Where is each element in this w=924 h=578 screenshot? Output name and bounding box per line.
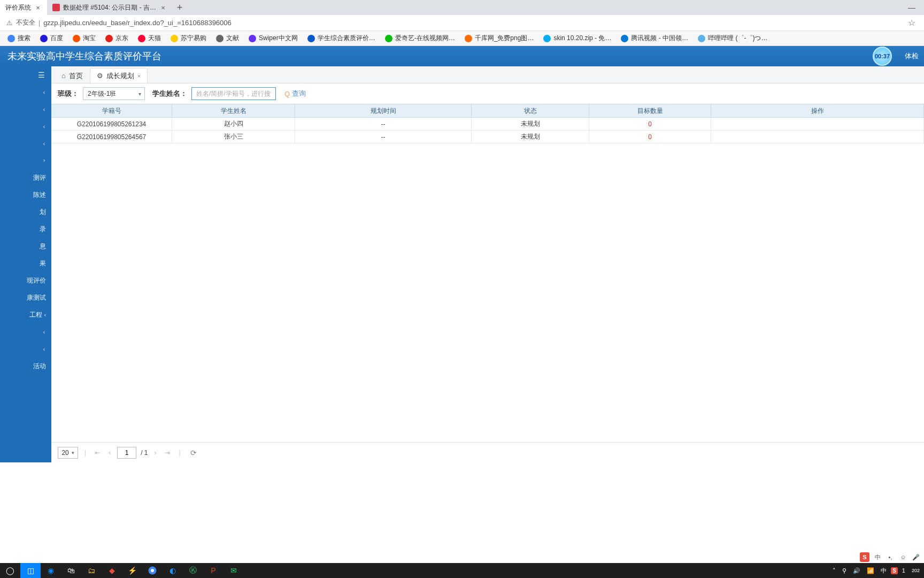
th-count[interactable]: 目标数量 [589,104,711,117]
bookmark-suning[interactable]: 苏宁易购 [166,32,211,44]
th-time[interactable]: 规划时间 [295,104,472,117]
swiper-favicon [249,35,256,42]
query-button[interactable]: Q 查询 [284,89,306,98]
page-size-value: 20 [61,449,68,457]
page-size-select[interactable]: 20 [58,447,78,459]
bookmark-label: 文献 [226,34,239,43]
new-tab-button[interactable]: + [172,0,187,15]
header-right-label[interactable]: 体检 [905,51,919,61]
bookmark-label: 苏宁易购 [181,34,206,43]
bookmark-taobao[interactable]: 淘宝 [68,32,100,44]
bookmark-iqiyi[interactable]: 爱奇艺-在线视频网… [381,32,459,44]
prev-page-button[interactable]: ‹ [106,449,113,457]
app-header: 未来实验高中学生综合素质评价平台 00:37 体检 [0,46,924,66]
table-row[interactable]: G220106199805261234 赵小四 -- 未规划 0 [51,118,924,131]
bookmark-label: 千库网_免费png图… [475,34,534,43]
bookmark-student[interactable]: 学生综合素质评价… [303,32,380,44]
bookmark-tencent[interactable]: 腾讯视频 - 中国领… [617,32,692,44]
tab-title: 数据处理 #5104: 公示日期 - 吉… [63,3,156,12]
sidebar-item-gongcheng[interactable]: 工程 ‹ [0,306,51,323]
bookmark-label: 哔哩哔哩 (゜-゜)つ… [708,34,767,43]
td-status: 未规划 [472,131,589,143]
sidebar-label: 划 [40,208,46,217]
class-dropdown[interactable]: 2年级-1班 [83,87,145,100]
filter-bar: 班级： 2年级-1班 学生姓名： Q 查询 [51,83,924,104]
table-header: 学籍号 学生姓名 规划时间 状态 目标数量 操作 [51,104,924,118]
bookmark-label: 淘宝 [83,34,96,43]
close-icon[interactable]: × [159,4,167,11]
sidebar-item[interactable]: ‹ [0,118,51,135]
bookmark-label: 天猫 [148,34,161,43]
bookmark-qianku[interactable]: 千库网_免费png图… [460,32,538,44]
sidebar-label: 现评价 [27,276,46,285]
chevron-left-icon: ‹ [43,107,45,112]
sidebar-item-xi[interactable]: 息 [0,238,51,255]
close-icon[interactable]: × [34,4,42,11]
name-label: 学生姓名： [152,89,187,98]
window-minimize[interactable]: — [899,0,924,15]
sidebar-item-huodong[interactable]: 活动 [0,358,51,375]
sidebar-item[interactable]: ‹ [0,340,51,358]
bookmark-bilibili[interactable]: 哔哩哔哩 (゜-゜)つ… [694,32,772,44]
sidebar-toggle-button[interactable]: ☰ [0,66,51,83]
search-favicon [7,35,15,42]
tab-home[interactable]: ⌂ 首页 [55,68,90,83]
sidebar-item-pingjia[interactable]: 现评价 [0,272,51,289]
td-name: 张小三 [172,131,295,143]
star-icon[interactable]: ☆ [905,18,919,28]
bookmark-label: 百度 [50,34,63,43]
browser-tab-1[interactable]: 数据处理 #5104: 公示日期 - 吉… × [47,0,172,15]
recording-time: 00:37 [875,53,890,59]
page-input[interactable] [117,447,136,459]
bookmark-wenxian[interactable]: 文献 [212,32,243,44]
td-name: 赵小四 [172,118,295,130]
bookmark-jd[interactable]: 京东 [101,32,133,44]
th-name[interactable]: 学生姓名 [172,104,295,117]
tab-growth-plan[interactable]: ⚙ 成长规划 × [90,68,148,83]
sidebar-item-hua[interactable]: 划 [0,203,51,220]
tab-label: 成长规划 [106,71,134,81]
tmall-favicon [138,35,145,42]
bookmark-search[interactable]: 搜索 [3,32,35,44]
th-status[interactable]: 状态 [472,104,589,117]
sidebar-item-lu[interactable]: 录 [0,220,51,238]
sidebar-item[interactable]: ‹ [0,152,51,169]
td-time: -- [295,131,472,143]
url-text[interactable]: gzzp.jlipedu.cn/eedu_base/r_index.do?_ui… [43,19,902,27]
student-name-input[interactable] [191,87,276,100]
refresh-button[interactable]: ⟳ [190,448,197,457]
last-page-button[interactable]: ⇥ [163,449,172,457]
data-table: 学籍号 学生姓名 规划时间 状态 目标数量 操作 G22010619980526… [51,104,924,442]
bookmark-swiper[interactable]: Swiper中文网 [244,32,302,44]
table-row[interactable]: G220106199805264567 张小三 -- 未规划 0 [51,131,924,143]
browser-tab-0[interactable]: 评价系统 × [0,0,47,15]
first-page-button[interactable]: ⇤ [93,449,102,457]
td-count: 0 [589,131,711,143]
sidebar-item[interactable]: ‹ [0,101,51,118]
bookmark-tmall[interactable]: 天猫 [134,32,165,44]
th-op[interactable]: 操作 [711,104,924,117]
close-icon[interactable]: × [137,73,141,79]
doc-favicon [216,35,224,42]
sidebar-item-chenshu[interactable]: 陈述 [0,186,51,203]
bookmark-label: Swiper中文网 [259,34,298,43]
bookmark-baidu[interactable]: 百度 [36,32,67,44]
td-id: G220106199805264567 [51,131,172,143]
tab-title: 评价系统 [5,3,31,12]
sidebar-item[interactable]: ‹ [0,83,51,101]
sidebar-item-ceping[interactable]: 测评 [0,169,51,186]
sidebar-item-ceshi[interactable]: 康测试 [0,289,51,306]
sidebar-item-guo[interactable]: 果 [0,255,51,272]
bookmark-skin[interactable]: skin 10.20.zip - 免… [539,32,615,44]
insecure-icon: ⚠ [5,19,13,27]
sidebar-label: 陈述 [33,191,46,200]
th-id[interactable]: 学籍号 [51,104,172,117]
address-bar: ⚠ 不安全 | gzzp.jlipedu.cn/eedu_base/r_inde… [0,15,924,31]
sidebar-label: 康测试 [27,293,46,302]
chevron-left-icon: ‹ [43,346,45,352]
sidebar-item[interactable]: ‹ [0,323,51,340]
pagination: 20 | ⇤ ‹ / 1 › ⇥ | ⟳ [51,442,924,462]
next-page-button[interactable]: › [152,449,158,457]
query-label: 查询 [292,89,306,98]
sidebar-item[interactable]: ‹ [0,135,51,152]
